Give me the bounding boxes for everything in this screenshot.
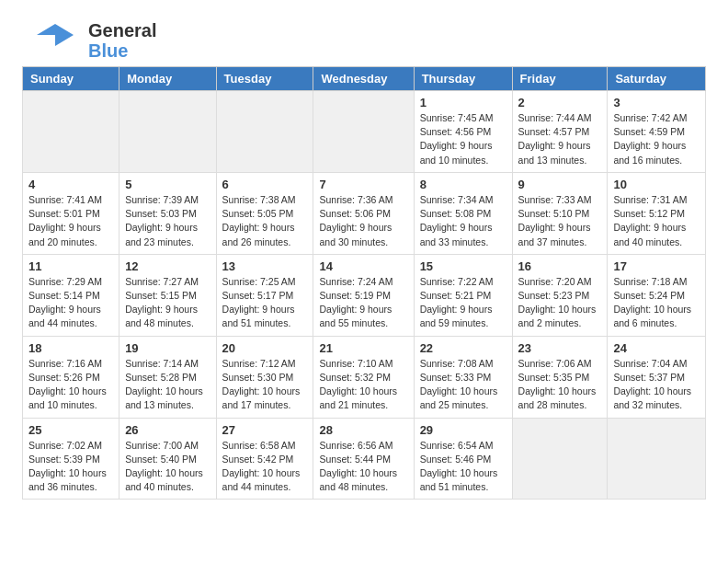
- day-number: 17: [613, 259, 700, 273]
- calendar-cell: 27Sunrise: 6:58 AM Sunset: 5:42 PM Dayli…: [216, 418, 313, 500]
- day-number: 4: [28, 178, 113, 191]
- calendar-cell: 22Sunrise: 7:08 AM Sunset: 5:33 PM Dayli…: [414, 336, 512, 418]
- day-number: 8: [420, 178, 506, 191]
- day-info: Sunrise: 7:41 AM Sunset: 5:01 PM Dayligh…: [28, 193, 113, 249]
- day-number: 18: [28, 341, 113, 355]
- calendar-cell: 6Sunrise: 7:38 AM Sunset: 5:05 PM Daylig…: [216, 172, 313, 254]
- day-info: Sunrise: 6:54 AM Sunset: 5:46 PM Dayligh…: [420, 439, 506, 495]
- day-number: 20: [222, 341, 308, 355]
- day-info: Sunrise: 7:42 AM Sunset: 4:59 PM Dayligh…: [613, 111, 700, 167]
- day-number: 2: [518, 96, 602, 109]
- day-info: Sunrise: 7:00 AM Sunset: 5:40 PM Dayligh…: [125, 439, 210, 495]
- day-info: Sunrise: 6:56 AM Sunset: 5:44 PM Dayligh…: [319, 439, 407, 495]
- day-info: Sunrise: 7:08 AM Sunset: 5:33 PM Dayligh…: [420, 357, 506, 413]
- day-number: 12: [125, 259, 210, 273]
- calendar-cell: [512, 418, 608, 500]
- day-info: Sunrise: 7:20 AM Sunset: 5:23 PM Dayligh…: [518, 275, 602, 331]
- calendar-cell: 1Sunrise: 7:45 AM Sunset: 4:56 PM Daylig…: [414, 91, 512, 173]
- day-number: 28: [319, 423, 407, 437]
- logo-svg: [28, 22, 83, 59]
- calendar-cell: 12Sunrise: 7:27 AM Sunset: 5:15 PM Dayli…: [119, 254, 216, 336]
- day-number: 19: [125, 341, 210, 355]
- calendar-cell: 29Sunrise: 6:54 AM Sunset: 5:46 PM Dayli…: [414, 418, 512, 500]
- day-number: 29: [420, 423, 506, 437]
- calendar-week-row: 1Sunrise: 7:45 AM Sunset: 4:56 PM Daylig…: [23, 91, 706, 173]
- day-info: Sunrise: 7:39 AM Sunset: 5:03 PM Dayligh…: [125, 193, 210, 249]
- weekday-header: Monday: [119, 67, 216, 91]
- day-info: Sunrise: 7:16 AM Sunset: 5:26 PM Dayligh…: [28, 357, 113, 413]
- day-number: 3: [613, 96, 700, 109]
- day-info: Sunrise: 7:24 AM Sunset: 5:19 PM Dayligh…: [319, 275, 407, 331]
- day-info: Sunrise: 7:25 AM Sunset: 5:17 PM Dayligh…: [222, 275, 308, 331]
- calendar-cell: 8Sunrise: 7:34 AM Sunset: 5:08 PM Daylig…: [414, 172, 512, 254]
- day-info: Sunrise: 7:14 AM Sunset: 5:28 PM Dayligh…: [125, 357, 210, 413]
- day-number: 6: [222, 178, 308, 191]
- calendar-cell: 20Sunrise: 7:12 AM Sunset: 5:30 PM Dayli…: [216, 336, 313, 418]
- calendar-cell: 28Sunrise: 6:56 AM Sunset: 5:44 PM Dayli…: [313, 418, 414, 500]
- calendar-cell: 2Sunrise: 7:44 AM Sunset: 4:57 PM Daylig…: [512, 91, 608, 173]
- day-info: Sunrise: 6:58 AM Sunset: 5:42 PM Dayligh…: [222, 439, 308, 495]
- calendar-cell: [119, 91, 216, 173]
- day-info: Sunrise: 7:31 AM Sunset: 5:12 PM Dayligh…: [613, 193, 700, 249]
- calendar-cell: 21Sunrise: 7:10 AM Sunset: 5:32 PM Dayli…: [313, 336, 414, 418]
- day-info: Sunrise: 7:36 AM Sunset: 5:06 PM Dayligh…: [319, 193, 407, 249]
- calendar-cell: 14Sunrise: 7:24 AM Sunset: 5:19 PM Dayli…: [313, 254, 414, 336]
- day-number: 25: [28, 423, 113, 437]
- day-number: 7: [319, 178, 407, 191]
- calendar-cell: 3Sunrise: 7:42 AM Sunset: 4:59 PM Daylig…: [608, 91, 706, 173]
- calendar-week-row: 4Sunrise: 7:41 AM Sunset: 5:01 PM Daylig…: [23, 172, 706, 254]
- calendar-cell: 15Sunrise: 7:22 AM Sunset: 5:21 PM Dayli…: [414, 254, 512, 336]
- weekday-header: Wednesday: [313, 67, 414, 91]
- calendar-cell: 4Sunrise: 7:41 AM Sunset: 5:01 PM Daylig…: [23, 172, 119, 254]
- day-number: 24: [613, 341, 700, 355]
- day-number: 16: [518, 259, 602, 273]
- day-number: 13: [222, 259, 308, 273]
- day-number: 26: [125, 423, 210, 437]
- weekday-header: Sunday: [23, 67, 119, 91]
- calendar-cell: 17Sunrise: 7:18 AM Sunset: 5:24 PM Dayli…: [608, 254, 706, 336]
- svg-marker-0: [37, 24, 74, 46]
- calendar-cell: 10Sunrise: 7:31 AM Sunset: 5:12 PM Dayli…: [608, 172, 706, 254]
- day-info: Sunrise: 7:12 AM Sunset: 5:30 PM Dayligh…: [222, 357, 308, 413]
- calendar-cell: 13Sunrise: 7:25 AM Sunset: 5:17 PM Dayli…: [216, 254, 313, 336]
- calendar-cell: 25Sunrise: 7:02 AM Sunset: 5:39 PM Dayli…: [23, 418, 119, 500]
- calendar-cell: [216, 91, 313, 173]
- logo-general: General: [88, 20, 156, 40]
- day-info: Sunrise: 7:44 AM Sunset: 4:57 PM Dayligh…: [518, 111, 602, 167]
- day-info: Sunrise: 7:34 AM Sunset: 5:08 PM Dayligh…: [420, 193, 506, 249]
- calendar-cell: 18Sunrise: 7:16 AM Sunset: 5:26 PM Dayli…: [23, 336, 119, 418]
- calendar-cell: 24Sunrise: 7:04 AM Sunset: 5:37 PM Dayli…: [608, 336, 706, 418]
- calendar-cell: 19Sunrise: 7:14 AM Sunset: 5:28 PM Dayli…: [119, 336, 216, 418]
- calendar-cell: 9Sunrise: 7:33 AM Sunset: 5:10 PM Daylig…: [512, 172, 608, 254]
- calendar-cell: 26Sunrise: 7:00 AM Sunset: 5:40 PM Dayli…: [119, 418, 216, 500]
- calendar-week-row: 25Sunrise: 7:02 AM Sunset: 5:39 PM Dayli…: [23, 418, 706, 500]
- day-number: 15: [420, 259, 506, 273]
- day-info: Sunrise: 7:33 AM Sunset: 5:10 PM Dayligh…: [518, 193, 602, 249]
- logo: GeneralBlue: [13, 9, 156, 61]
- day-number: 9: [518, 178, 602, 191]
- day-info: Sunrise: 7:02 AM Sunset: 5:39 PM Dayligh…: [28, 439, 113, 495]
- day-info: Sunrise: 7:06 AM Sunset: 5:35 PM Dayligh…: [518, 357, 602, 413]
- day-info: Sunrise: 7:18 AM Sunset: 5:24 PM Dayligh…: [613, 275, 700, 331]
- calendar-cell: 23Sunrise: 7:06 AM Sunset: 5:35 PM Dayli…: [512, 336, 608, 418]
- day-info: Sunrise: 7:29 AM Sunset: 5:14 PM Dayligh…: [28, 275, 113, 331]
- calendar-table: SundayMondayTuesdayWednesdayThursdayFrid…: [22, 66, 706, 500]
- calendar-cell: [313, 91, 414, 173]
- day-number: 21: [319, 341, 407, 355]
- logo-blue: Blue: [88, 40, 156, 61]
- day-info: Sunrise: 7:22 AM Sunset: 5:21 PM Dayligh…: [420, 275, 506, 331]
- day-number: 11: [28, 259, 113, 273]
- day-info: Sunrise: 7:27 AM Sunset: 5:15 PM Dayligh…: [125, 275, 210, 331]
- calendar-week-row: 11Sunrise: 7:29 AM Sunset: 5:14 PM Dayli…: [23, 254, 706, 336]
- day-number: 5: [125, 178, 210, 191]
- day-number: 27: [222, 423, 308, 437]
- calendar-cell: [608, 418, 706, 500]
- day-info: Sunrise: 7:38 AM Sunset: 5:05 PM Dayligh…: [222, 193, 308, 249]
- day-number: 22: [420, 341, 506, 355]
- day-number: 10: [613, 178, 700, 191]
- weekday-header: Tuesday: [216, 67, 313, 91]
- day-number: 1: [420, 96, 506, 109]
- day-info: Sunrise: 7:45 AM Sunset: 4:56 PM Dayligh…: [420, 111, 506, 167]
- calendar-cell: 11Sunrise: 7:29 AM Sunset: 5:14 PM Dayli…: [23, 254, 119, 336]
- weekday-header: Friday: [512, 67, 608, 91]
